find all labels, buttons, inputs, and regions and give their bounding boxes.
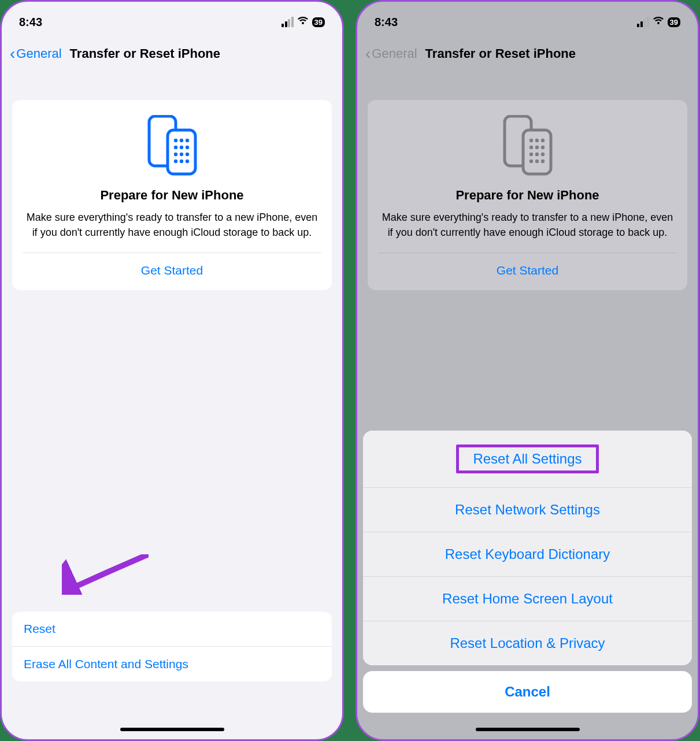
chevron-left-icon: ‹ <box>10 45 15 63</box>
transfer-devices-icon <box>23 115 321 176</box>
svg-point-22 <box>529 153 532 156</box>
home-indicator[interactable] <box>476 728 580 731</box>
svg-rect-15 <box>523 130 551 174</box>
status-right: 39 <box>637 16 680 28</box>
svg-point-25 <box>529 160 532 163</box>
transfer-devices-icon <box>378 115 677 176</box>
svg-point-11 <box>173 160 177 163</box>
nav-bar: ‹ General Transfer or Reset iPhone <box>357 36 698 71</box>
svg-point-10 <box>185 153 188 156</box>
status-bar: 8:43 39 <box>357 2 698 36</box>
chevron-left-icon: ‹ <box>365 45 371 63</box>
svg-point-19 <box>529 146 532 149</box>
svg-point-7 <box>185 146 188 149</box>
back-label: General <box>16 46 61 61</box>
svg-point-21 <box>540 146 544 149</box>
prepare-description: Make sure everything's ready to transfer… <box>378 210 677 253</box>
get-started-button: Get Started <box>378 253 677 290</box>
cancel-button[interactable]: Cancel <box>363 671 692 713</box>
prepare-title: Prepare for New iPhone <box>23 188 321 203</box>
svg-point-13 <box>185 160 188 163</box>
svg-point-6 <box>179 146 183 149</box>
svg-point-26 <box>535 160 538 163</box>
page-title: Transfer or Reset iPhone <box>70 46 220 61</box>
reset-keyboard-dictionary-button[interactable]: Reset Keyboard Dictionary <box>363 532 692 577</box>
reset-options-list: Reset Erase All Content and Settings <box>12 612 332 681</box>
reset-all-settings-button[interactable]: Reset All Settings <box>363 431 692 488</box>
screenshot-right: 8:43 39 ‹ General Transfer or Reset iPho… <box>355 0 699 741</box>
battery-icon: 39 <box>668 17 680 27</box>
nav-bar: ‹ General Transfer or Reset iPhone <box>2 36 342 71</box>
home-indicator[interactable] <box>120 728 224 731</box>
svg-point-18 <box>540 139 544 142</box>
svg-point-4 <box>185 139 188 142</box>
cellular-icon <box>637 17 649 27</box>
wifi-icon <box>653 16 664 28</box>
svg-point-8 <box>173 153 177 156</box>
battery-icon: 39 <box>312 17 325 27</box>
status-time: 8:43 <box>375 16 398 29</box>
svg-point-27 <box>540 160 544 163</box>
svg-point-23 <box>535 153 538 156</box>
svg-point-24 <box>540 153 544 156</box>
reset-home-screen-layout-button[interactable]: Reset Home Screen Layout <box>363 577 692 621</box>
reset-button[interactable]: Reset <box>12 612 332 647</box>
status-time: 8:43 <box>19 16 42 29</box>
status-bar: 8:43 39 <box>2 2 342 36</box>
prepare-card: Prepare for New iPhone Make sure everyth… <box>12 100 332 290</box>
svg-point-5 <box>173 146 177 149</box>
erase-all-button[interactable]: Erase All Content and Settings <box>12 647 332 681</box>
wifi-icon <box>297 16 309 28</box>
prepare-description: Make sure everything's ready to transfer… <box>23 210 321 253</box>
svg-point-20 <box>535 146 538 149</box>
status-right: 39 <box>282 16 325 28</box>
action-sheet: Reset All Settings Reset Network Setting… <box>363 431 692 729</box>
svg-point-17 <box>535 139 538 142</box>
svg-point-16 <box>529 139 532 142</box>
svg-point-3 <box>179 139 183 142</box>
svg-rect-1 <box>168 130 195 174</box>
screenshot-left: 8:43 39 ‹ General Transfer or Reset iPho… <box>0 0 344 741</box>
svg-point-12 <box>179 160 183 163</box>
get-started-button[interactable]: Get Started <box>23 253 321 290</box>
prepare-card: Prepare for New iPhone Make sure everyth… <box>368 100 687 290</box>
page-title: Transfer or Reset iPhone <box>425 46 576 61</box>
svg-point-2 <box>173 139 177 142</box>
reset-network-settings-button[interactable]: Reset Network Settings <box>363 488 692 532</box>
back-label: General <box>372 46 417 61</box>
reset-location-privacy-button[interactable]: Reset Location & Privacy <box>363 621 692 665</box>
back-button: ‹ General <box>365 45 417 63</box>
back-button[interactable]: ‹ General <box>10 45 62 63</box>
highlight-annotation: Reset All Settings <box>456 444 598 473</box>
prepare-title: Prepare for New iPhone <box>378 188 677 203</box>
cellular-icon <box>282 17 294 27</box>
svg-point-9 <box>179 153 183 156</box>
action-sheet-group: Reset All Settings Reset Network Setting… <box>363 431 692 665</box>
